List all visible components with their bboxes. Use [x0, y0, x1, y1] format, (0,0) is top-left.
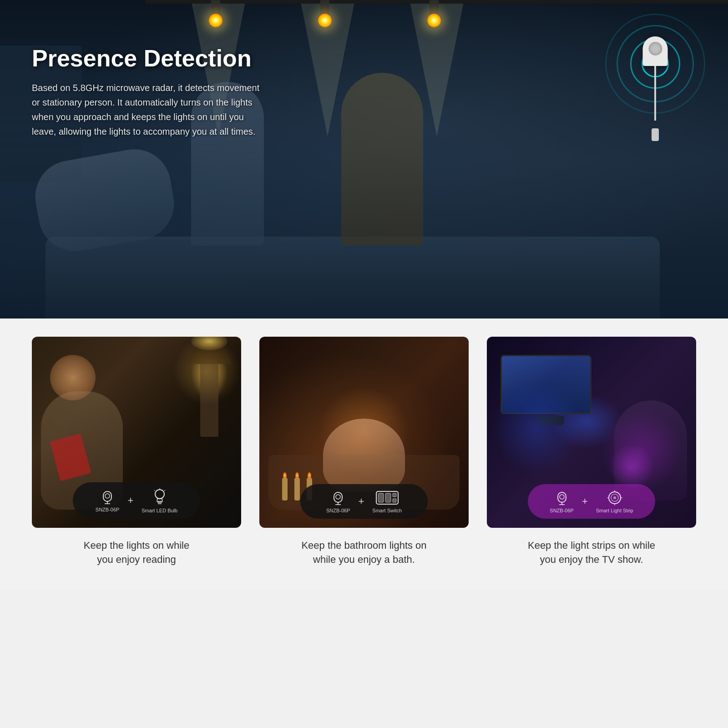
product-badge-tv: SNZB-06P + Smart Light St: [528, 484, 655, 519]
switch-label: Smart Switch: [372, 508, 402, 513]
svg-rect-18: [393, 499, 396, 502]
badge-switch: Smart Switch: [372, 490, 402, 513]
radar-body: [643, 36, 668, 66]
ceiling-fixture-1: [211, 0, 220, 27]
svg-rect-19: [558, 492, 566, 502]
candle-1: [282, 478, 288, 500]
radar-plug: [652, 128, 659, 141]
card-caption-bath: Keep the bathroom lights on while you en…: [301, 539, 426, 567]
badge-sensor-2: SNZB-06P: [326, 490, 350, 513]
card-caption-tv: Keep the light strips on while you enjoy…: [528, 539, 655, 567]
product-badge-reading: SNZB-06P + Smart LED Bulb: [73, 482, 200, 519]
svg-point-20: [560, 495, 564, 499]
use-card-reading: SNZB-06P + Smart LED Bulb: [32, 337, 241, 567]
bottom-section: SNZB-06P + Smart LED Bulb: [0, 318, 728, 590]
radar-cable: [654, 66, 656, 121]
svg-point-1: [105, 494, 110, 498]
product-badge-bath: SNZB-06P + Smart Switch: [300, 484, 428, 519]
badge-light-strip: Smart Light Strip: [596, 490, 633, 513]
card-image-bath: SNZB-06P + Smart Switch: [259, 337, 469, 528]
person-3: [341, 73, 423, 246]
badge-bulb-1: Smart LED Bulb: [142, 488, 177, 513]
card-image-tv: SNZB-06P + Smart Light St: [487, 337, 696, 528]
cards-row: SNZB-06P + Smart LED Bulb: [27, 337, 701, 567]
tv-screen: [500, 355, 592, 414]
hero-title: Presence Detection: [32, 46, 268, 71]
strip-label: Smart Light Strip: [596, 508, 633, 513]
hero-text-container: Presence Detection Based on 5.8GHz micro…: [32, 46, 268, 139]
tv-people: [614, 400, 687, 500]
svg-point-25: [613, 496, 616, 499]
ceiling-fixture-3: [430, 0, 439, 27]
switch-icon: [375, 490, 399, 506]
svg-rect-16: [385, 493, 391, 502]
candle-2: [294, 478, 300, 500]
sensor-icon-2: [330, 490, 346, 506]
use-card-bath: SNZB-06P + Smart Switch: [259, 337, 469, 567]
svg-rect-0: [103, 491, 111, 501]
sensor-label-2: SNZB-06P: [326, 508, 350, 513]
person-1: [30, 143, 180, 257]
badge-sensor-1: SNZB-06P: [96, 489, 120, 512]
sensor-icon-1: [99, 489, 116, 505]
sensor-label-1: SNZB-06P: [96, 507, 120, 512]
sensor-label-3: SNZB-06P: [550, 508, 574, 513]
card-image-reading: SNZB-06P + Smart LED Bulb: [32, 337, 241, 528]
bath-person: [323, 419, 405, 491]
strip-icon: [605, 490, 624, 506]
reading-person-head: [50, 355, 96, 400]
card-caption-reading: Keep the lights on while you enjoy readi…: [84, 539, 189, 567]
svg-line-9: [164, 490, 165, 491]
svg-line-8: [154, 490, 155, 491]
hero-section: Presence Detection Based on 5.8GHz micro…: [0, 0, 728, 318]
radar-device: [605, 14, 705, 141]
badge-sensor-3: SNZB-06P: [550, 490, 574, 513]
use-card-tv: SNZB-06P + Smart Light St: [487, 337, 696, 567]
svg-rect-15: [378, 493, 384, 502]
ceiling-fixture-2: [320, 0, 329, 27]
sensor-icon-3: [554, 490, 570, 506]
bulb-icon: [152, 488, 167, 506]
plus-symbol-3: +: [582, 495, 588, 507]
plus-symbol-2: +: [358, 495, 364, 507]
svg-point-11: [336, 495, 340, 499]
floor-lamp: [200, 346, 218, 437]
bulb-label: Smart LED Bulb: [142, 508, 177, 513]
plus-symbol-1: +: [127, 495, 133, 506]
hero-description: Based on 5.8GHz microwave radar, it dete…: [32, 81, 268, 139]
tv-stand: [537, 416, 564, 425]
svg-point-4: [155, 490, 164, 499]
svg-rect-10: [334, 492, 342, 502]
svg-rect-17: [393, 493, 396, 497]
